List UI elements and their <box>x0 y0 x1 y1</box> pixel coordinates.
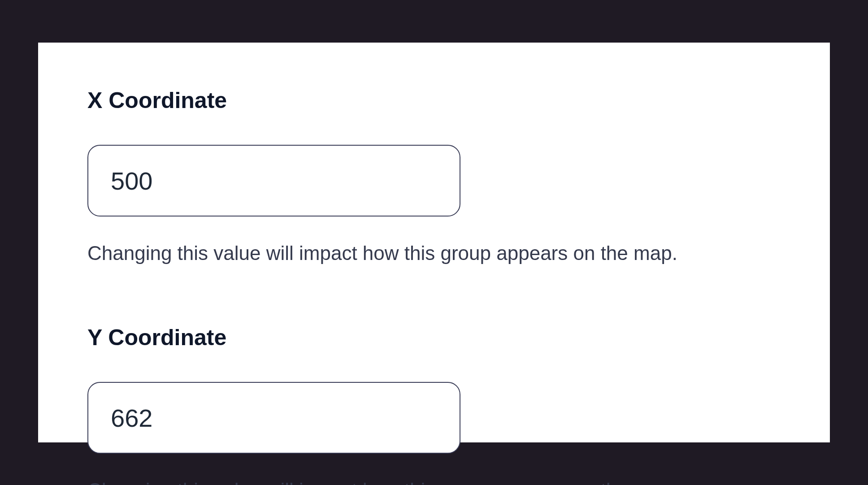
x-coordinate-label: X Coordinate <box>87 87 781 113</box>
coordinate-form-panel: X Coordinate Changing this value will im… <box>38 43 830 442</box>
x-coordinate-field-group: X Coordinate Changing this value will im… <box>87 87 781 266</box>
y-coordinate-field-group: Y Coordinate Changing this value will im… <box>87 325 781 485</box>
x-coordinate-help-text: Changing this value will impact how this… <box>87 240 781 266</box>
x-coordinate-input[interactable] <box>87 145 460 217</box>
y-coordinate-label: Y Coordinate <box>87 325 781 351</box>
y-coordinate-help-text: Changing this value will impact how this… <box>87 477 781 485</box>
y-coordinate-input[interactable] <box>87 382 460 454</box>
